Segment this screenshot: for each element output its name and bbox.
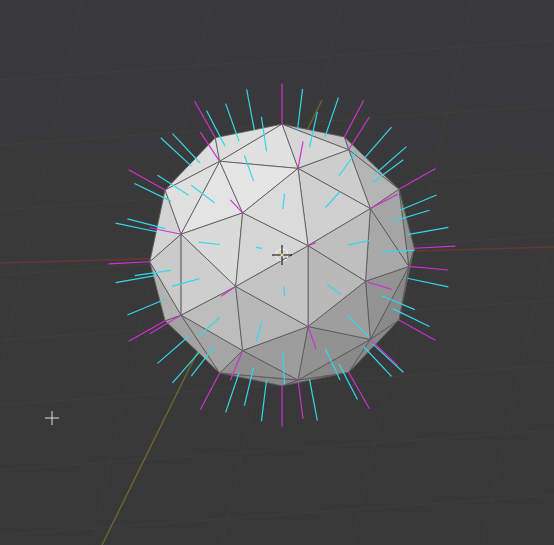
overlay-svg — [0, 0, 554, 545]
3d-cursor-icon — [272, 245, 292, 265]
svg-point-102 — [281, 254, 284, 257]
3d-viewport[interactable] — [0, 0, 554, 545]
mouse-cursor-icon — [45, 411, 59, 425]
